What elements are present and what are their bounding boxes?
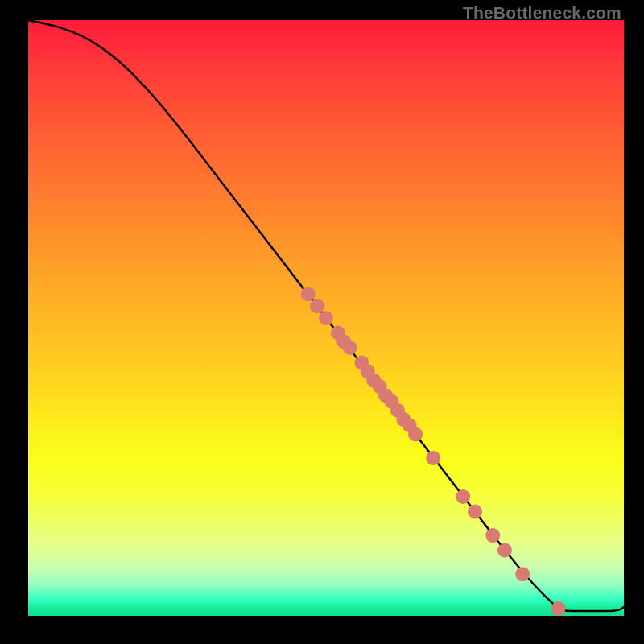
chart-svg [0,0,644,644]
chart-frame: TheBottleneck.com [0,0,644,644]
chart-point [497,543,512,558]
chart-point [343,341,357,355]
chart-point [515,567,530,581]
chart-point [310,299,324,313]
chart-point [301,287,316,301]
chart-point [319,311,333,325]
chart-point [408,427,423,441]
chart-point [468,505,482,519]
chart-point [456,489,470,504]
chart-point [485,528,500,543]
chart-point [551,601,566,616]
chart-point [426,451,440,465]
